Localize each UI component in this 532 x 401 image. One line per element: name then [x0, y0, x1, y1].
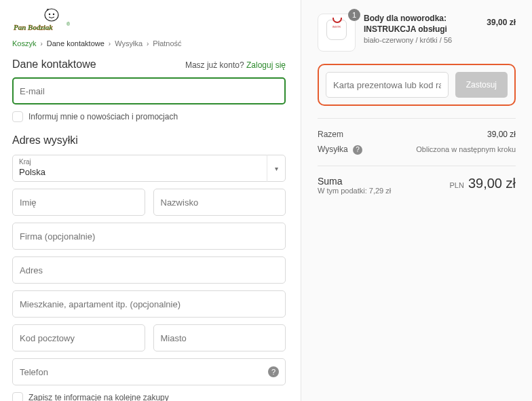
- svg-point-2: [53, 14, 54, 15]
- newsletter-checkbox[interactable]: [12, 111, 23, 122]
- caret-down-icon: ▾: [267, 155, 286, 182]
- tax-note: W tym podatki: 7,29 zł: [318, 187, 391, 195]
- chevron-right-icon: ›: [147, 40, 149, 47]
- phone-input[interactable]: [12, 358, 286, 385]
- breadcrumb-payment: Płatność: [153, 39, 181, 47]
- newsletter-label: Informuj mnie o nowościach i promocjach: [28, 112, 178, 121]
- first-name-input[interactable]: [12, 189, 145, 216]
- cart-item: INSTR 1 Body dla noworodka: INSTRUKCJA o…: [318, 14, 516, 52]
- email-input[interactable]: [12, 77, 286, 104]
- contact-title: Dane kontaktowe: [12, 58, 96, 71]
- product-variant: biało-czerwony / krótki / 56: [364, 36, 478, 44]
- quantity-badge: 1: [348, 9, 360, 21]
- subtotal-value: 39,00 zł: [487, 130, 516, 139]
- svg-point-1: [49, 14, 50, 15]
- svg-point-0: [45, 9, 58, 21]
- breadcrumb-contact: Dane kontaktowe: [47, 39, 104, 47]
- promo-code-box: Zastosuj: [318, 64, 516, 106]
- phone-help-icon[interactable]: ?: [268, 366, 279, 377]
- currency-code: PLN: [450, 181, 464, 189]
- save-info-checkbox[interactable]: [12, 392, 23, 401]
- total-amount: 39,00 zł: [468, 176, 516, 191]
- last-name-input[interactable]: [153, 189, 286, 216]
- zip-input[interactable]: [12, 324, 145, 351]
- city-input[interactable]: [153, 324, 286, 351]
- shipping-help-icon[interactable]: ?: [353, 145, 362, 155]
- login-prompt: Masz już konto? Zaloguj się: [185, 60, 286, 70]
- breadcrumb-shipping: Wysyłka: [115, 39, 142, 47]
- shipping-cost-label: Wysyłka ?: [318, 145, 362, 155]
- apply-promo-button[interactable]: Zastosuj: [455, 72, 508, 98]
- svg-text:®: ®: [66, 22, 71, 26]
- shipping-cost-value: Obliczona w następnym kroku: [416, 145, 516, 153]
- product-thumbnail: INSTR 1: [318, 14, 356, 52]
- login-link[interactable]: Zaloguj się: [246, 60, 286, 70]
- breadcrumb-cart[interactable]: Koszyk: [12, 39, 36, 47]
- product-title: Body dla noworodka: INSTRUKCJA obsługi: [364, 14, 478, 35]
- apartment-input[interactable]: [12, 290, 286, 318]
- breadcrumb: Koszyk › Dane kontaktowe › Wysyłka › Pła…: [12, 39, 286, 47]
- total-label: Suma: [318, 176, 391, 187]
- chevron-right-icon: ›: [40, 40, 42, 47]
- country-label: Kraj: [19, 158, 31, 166]
- save-info-label: Zapisz te informacje na kolejne zakupy: [28, 393, 169, 401]
- svg-text:Pan Bodziak: Pan Bodziak: [14, 23, 53, 31]
- address-input[interactable]: [12, 256, 286, 284]
- company-input[interactable]: [12, 223, 286, 250]
- shipping-title: Adres wysyłki: [12, 134, 286, 147]
- brand-logo[interactable]: Pan Bodziak ®: [12, 8, 286, 34]
- subtotal-label: Razem: [318, 130, 343, 139]
- chevron-right-icon: ›: [109, 40, 111, 47]
- promo-code-input[interactable]: [326, 72, 449, 98]
- country-select[interactable]: [12, 155, 286, 182]
- product-price: 39,00 zł: [487, 14, 516, 27]
